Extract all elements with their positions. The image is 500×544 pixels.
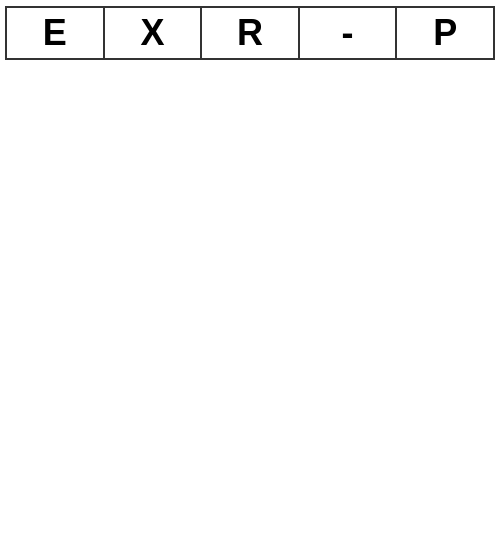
- bingo-card: EXR-P: [5, 6, 495, 60]
- header-col-1: X: [104, 7, 202, 59]
- header-col-0: E: [6, 7, 104, 59]
- header-col-4: P: [396, 7, 494, 59]
- header-col-3: -: [299, 7, 397, 59]
- header-row: EXR-P: [6, 7, 494, 59]
- header-col-2: R: [201, 7, 299, 59]
